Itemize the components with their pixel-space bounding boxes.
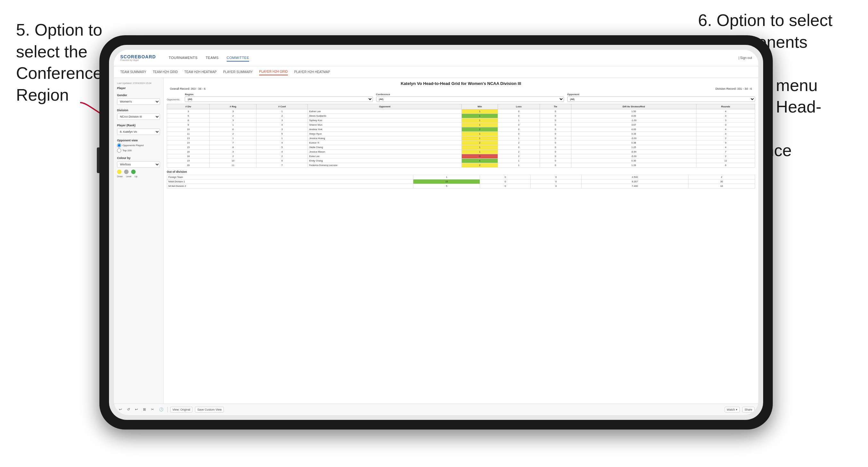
out-of-div-row: NAIA Division 1 15 0 0 9.267 30 — [167, 180, 755, 184]
cell-loss: 0 — [498, 132, 540, 136]
toolbar-redo[interactable]: ↺ — [126, 407, 131, 412]
cell-loss: 2 — [498, 141, 540, 145]
toolbar-share[interactable]: Share — [742, 407, 754, 412]
conference-filter-select[interactable]: (All) — [376, 96, 564, 102]
th-diff: Diff Av Strokes/Rnd — [571, 104, 696, 109]
cell-tie: 0 — [540, 150, 571, 154]
sub-nav-team-h2h-grid[interactable]: TEAM H2H GRID — [153, 69, 178, 75]
cell-opponent: Alexis Sudjianto — [308, 114, 462, 118]
cell-tie: 0 — [540, 163, 571, 168]
th-loss: Loss — [498, 104, 540, 109]
radio-top100[interactable]: Top 100 — [117, 148, 160, 153]
cell-out-loss: 0 — [480, 180, 531, 184]
cell-conf: 5 — [256, 145, 308, 150]
cell-opponent: Eunice Yi — [308, 141, 462, 145]
top-nav: SCOREBOARD Powered by clippd TOURNAMENTS… — [114, 50, 758, 66]
tablet-inner: SCOREBOARD Powered by clippd TOURNAMENTS… — [109, 45, 763, 420]
cell-conf: 3 — [256, 127, 308, 132]
sign-out-link[interactable]: | Sign out — [739, 56, 752, 60]
annotation-left-line1: 5. Option to — [16, 21, 102, 39]
color-dots — [117, 169, 160, 174]
panel-player-label: Player — [117, 87, 160, 90]
cell-rounds: 3 — [696, 123, 755, 127]
cell-tie: 0 — [540, 118, 571, 123]
division-select[interactable]: NCAA Division III — [117, 114, 160, 120]
th-win: Win — [462, 104, 498, 109]
cell-tie: 0 — [540, 127, 571, 132]
cell-div: 19 — [167, 159, 210, 163]
panel-section-division: Division NCAA Division III — [117, 108, 160, 120]
player-rank-select[interactable]: 8. Katelyn Vo — [117, 128, 160, 135]
sub-nav-player-summary[interactable]: PLAYER SUMMARY — [223, 69, 253, 75]
cell-win: 2 — [462, 163, 498, 168]
opponent-filter-select[interactable]: (All) — [567, 96, 755, 102]
cell-tie: 0 — [540, 136, 571, 141]
cell-conf: 4 — [256, 141, 308, 145]
cell-diff: 1.25 — [571, 145, 696, 150]
th-tie: Tie — [540, 104, 571, 109]
cell-reg: 11 — [210, 163, 256, 168]
cell-win: 1 — [462, 150, 498, 154]
cell-win: 1 — [462, 145, 498, 150]
radio-opponents-played[interactable]: Opponents Played — [117, 143, 160, 148]
cell-tie: 0 — [540, 154, 571, 159]
gender-select[interactable]: Women's — [117, 98, 160, 105]
cell-diff: 0.38 — [571, 141, 696, 145]
sub-nav-team-summary[interactable]: TEAM SUMMARY — [120, 69, 147, 75]
logo-area: SCOREBOARD Powered by clippd — [120, 55, 156, 61]
toolbar-undo[interactable]: ↩ — [118, 407, 123, 412]
nav-committee[interactable]: COMMITTEE — [227, 55, 249, 62]
cell-loss: 0 — [498, 127, 540, 132]
cell-out-rounds: 30 — [688, 180, 755, 184]
cell-tie: 0 — [540, 159, 571, 163]
cell-win: 4 — [462, 159, 498, 163]
annotation-left-line4: Region — [16, 86, 69, 104]
overall-record: Overall Record: 353 - 34 - 6 — [170, 87, 206, 90]
region-filter-select[interactable]: (All) — [185, 96, 373, 102]
nav-right: | Sign out — [739, 56, 752, 60]
table-row: 10 6 3 Andrea York 2 0 0 4.00 4 — [167, 127, 755, 132]
cell-rounds: 7 — [696, 150, 755, 154]
left-panel: Last Updated: 27/03/2024 15:04 Player Ge… — [114, 78, 163, 404]
toolbar-paste[interactable]: ✂ — [150, 407, 155, 412]
out-of-div-table: Foreign Team 1 0 0 4.500 2 NAIA Division… — [167, 175, 755, 188]
cell-rounds: 3 — [696, 118, 755, 123]
cell-loss: 0 — [498, 145, 540, 150]
cell-loss: 0 — [498, 109, 540, 114]
cell-div: 10 — [167, 127, 210, 132]
toolbar-view-original[interactable]: View: Original — [170, 407, 192, 412]
panel-player-rank-label: Player (Rank) — [117, 124, 160, 127]
cell-loss: 0 — [498, 123, 540, 127]
grid-title: Katelyn Vo Head-to-Head Grid for Women's… — [167, 81, 755, 86]
toolbar-watch[interactable]: Watch ▾ — [725, 407, 740, 412]
cell-win: 0 — [462, 154, 498, 159]
toolbar-undo2[interactable]: ↩ — [134, 407, 139, 412]
colour-by-select[interactable]: Win/loss — [117, 161, 160, 168]
cell-reg: 8 — [210, 145, 256, 150]
logo-sub: Powered by clippd — [120, 59, 156, 61]
cell-rounds: 3 — [696, 132, 755, 136]
dot-level — [124, 169, 129, 174]
toolbar-clock[interactable]: 🕐 — [158, 407, 165, 412]
cell-conf: 4 — [256, 123, 308, 127]
panel-colour-by-label: Colour by — [117, 156, 160, 160]
nav-tournaments[interactable]: TOURNAMENTS — [169, 55, 197, 62]
sub-nav-player-h2h-grid[interactable]: PLAYER H2H GRID — [259, 69, 288, 75]
sub-nav-player-h2h-heatmap[interactable]: PLAYER H2H HEATMAP — [294, 69, 330, 75]
toolbar-save-custom-view[interactable]: Save Custom View — [195, 407, 224, 412]
data-table: # Div # Reg # Conf Opponent Win Loss Tie… — [167, 104, 755, 168]
sub-nav-team-h2h-heatmap[interactable]: TEAM H2H HEATMAP — [184, 69, 217, 75]
cell-opponent: Heejo Hyun — [308, 132, 462, 136]
toolbar-copy[interactable]: ⊞ — [142, 407, 147, 412]
cell-conf: 2 — [256, 154, 308, 159]
panel-gender-label: Gender — [117, 94, 160, 97]
cell-conf: 2 — [256, 114, 308, 118]
cell-tie: 0 — [540, 114, 571, 118]
toolbar-right: Watch ▾ Share — [725, 407, 754, 412]
cell-out-tie: 0 — [531, 184, 581, 188]
cell-div: 15 — [167, 145, 210, 150]
cell-out-win: 15 — [413, 180, 480, 184]
cell-loss: 2 — [498, 150, 540, 154]
nav-teams[interactable]: TEAMS — [206, 55, 218, 62]
label-up: Up — [135, 175, 137, 178]
